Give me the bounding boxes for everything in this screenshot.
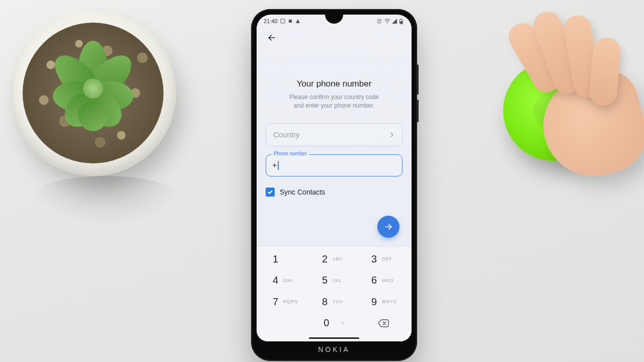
keypad-backspace[interactable] xyxy=(359,313,408,334)
pot-shadow xyxy=(25,176,186,226)
side-button xyxy=(417,64,419,95)
phone-screen: 21:40 xyxy=(257,15,412,341)
status-notif-icon xyxy=(280,19,285,24)
phone-field-wrap: Phone number + xyxy=(266,154,403,176)
side-button xyxy=(417,100,419,122)
keypad-key-9[interactable]: 9WXYZ xyxy=(359,292,408,312)
phone-float-label: Phone number xyxy=(272,151,309,156)
check-icon xyxy=(267,189,273,195)
gesture-nav-pill[interactable] xyxy=(309,337,359,339)
country-field-wrap: Country xyxy=(266,123,403,146)
back-button[interactable] xyxy=(266,32,278,44)
hand-grip-ring xyxy=(503,60,604,161)
sync-contacts-checkbox[interactable] xyxy=(266,188,275,197)
desk-scene: 21:40 xyxy=(0,0,644,362)
status-notif-icon xyxy=(295,19,300,24)
svg-line-5 xyxy=(378,19,379,20)
plant-pot xyxy=(10,10,176,176)
wifi-icon xyxy=(384,19,389,24)
chevron-right-icon xyxy=(389,132,395,138)
keypad-empty xyxy=(261,313,309,334)
country-selector[interactable]: Country xyxy=(266,123,403,146)
sync-contacts-label: Sync Contacts xyxy=(280,188,325,196)
page-title: Your phone number xyxy=(266,79,403,89)
keypad-key-3[interactable]: 3DEF xyxy=(359,249,408,269)
svg-rect-10 xyxy=(401,19,402,20)
keypad-key-1[interactable]: 1 xyxy=(261,249,309,269)
svg-line-6 xyxy=(380,19,381,20)
backspace-icon xyxy=(378,319,389,327)
phone-prefix: + xyxy=(272,161,277,170)
battery-icon xyxy=(399,19,405,24)
alarm-icon xyxy=(377,19,382,24)
svg-marker-2 xyxy=(296,19,300,23)
country-label: Country xyxy=(273,130,300,139)
app-content: Your phone number Please confirm your co… xyxy=(257,27,412,197)
keypad-key-2[interactable]: 2ABC xyxy=(310,249,358,269)
arrow-right-icon xyxy=(383,222,393,232)
svg-point-7 xyxy=(387,22,388,23)
continue-button[interactable] xyxy=(377,216,399,238)
status-notif-icon xyxy=(288,19,293,24)
svg-marker-8 xyxy=(392,19,397,24)
keypad-key-8[interactable]: 8TUV xyxy=(310,292,358,312)
keypad-key-4[interactable]: 4GHI xyxy=(261,270,309,291)
phone-frame: 21:40 xyxy=(251,9,417,361)
keypad-key-6[interactable]: 6MNO xyxy=(359,270,408,291)
phone-number-input[interactable]: Phone number + xyxy=(266,154,403,176)
numeric-keypad: 1 2ABC 3DEF 4GHI 5JKL 6MNO 7PQRS xyxy=(257,246,412,341)
svg-rect-1 xyxy=(289,20,292,23)
sync-contacts-row: Sync Contacts xyxy=(266,188,403,197)
keypad-key-7[interactable]: 7PQRS xyxy=(261,292,309,312)
text-cursor xyxy=(278,161,279,170)
device-brand: NOKIA xyxy=(257,345,412,353)
page-subtitle: Please confirm your country code and ent… xyxy=(266,93,403,110)
keypad-key-0[interactable]: 0+ xyxy=(310,313,358,334)
arrow-left-icon xyxy=(267,33,277,43)
keypad-key-5[interactable]: 5JKL xyxy=(310,270,358,291)
status-time: 21:40 xyxy=(264,18,278,24)
svg-rect-11 xyxy=(400,21,403,24)
svg-rect-0 xyxy=(281,19,285,23)
signal-icon xyxy=(392,19,397,24)
